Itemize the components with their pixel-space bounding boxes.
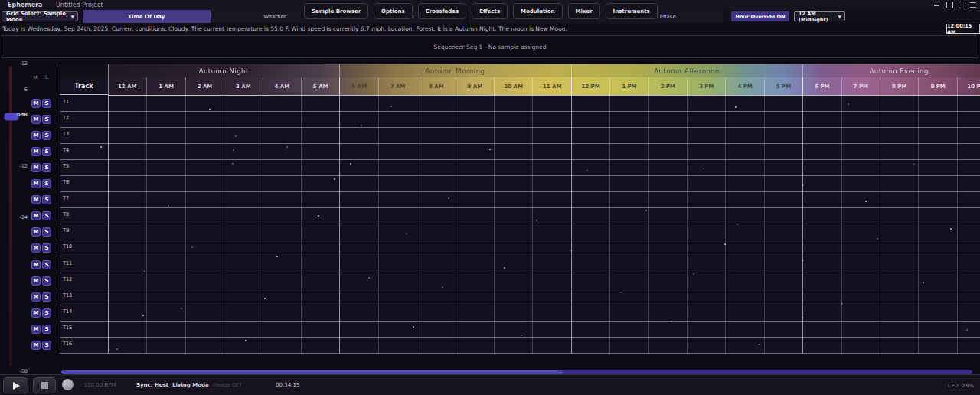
hour-header-2-am[interactable]: 2 AM xyxy=(185,77,224,95)
track-row-t5: MST5 xyxy=(31,160,980,176)
mute-button-t5[interactable]: M xyxy=(31,163,41,172)
star-speck xyxy=(802,317,804,318)
star-speck xyxy=(877,238,878,240)
crossfades-button[interactable]: Crossfades xyxy=(418,3,466,19)
horizontal-scrollbar[interactable] xyxy=(61,370,972,374)
hour-header-5-pm[interactable]: 5 PM xyxy=(764,77,802,95)
freeze-status[interactable]: Freeze OFF xyxy=(213,382,243,388)
mute-button-t12[interactable]: M xyxy=(31,276,41,286)
mute-button-t16[interactable]: M xyxy=(31,341,41,350)
mute-button-t9[interactable]: M xyxy=(31,227,41,237)
solo-button-t13[interactable]: S xyxy=(42,292,51,302)
solo-button-t16[interactable]: S xyxy=(42,341,51,350)
hour-header-4-am[interactable]: 4 AM xyxy=(263,77,301,95)
menu-icon xyxy=(970,2,976,8)
options-button[interactable]: Options xyxy=(374,3,413,19)
hour-header-3-am[interactable]: 3 AM xyxy=(224,77,262,95)
hour-header-4-pm[interactable]: 4 PM xyxy=(725,77,763,95)
sync-status[interactable]: Sync: Host xyxy=(136,382,168,388)
hour-header-12-am[interactable]: 12 AM xyxy=(108,77,146,95)
mute-button-t13[interactable]: M xyxy=(31,292,41,302)
star-speck xyxy=(181,308,182,309)
window-menu-button[interactable] xyxy=(968,2,978,8)
hour-header-3-pm[interactable]: 3 PM xyxy=(687,77,725,95)
track-label: T2 xyxy=(63,115,69,121)
hour-label: 5 AM xyxy=(313,83,328,90)
solo-button-t1[interactable]: S xyxy=(42,99,51,108)
mute-button-t2[interactable]: M xyxy=(31,115,41,124)
hour-header-5-am[interactable]: 5 AM xyxy=(301,77,339,95)
mute-button-t10[interactable]: M xyxy=(31,243,41,253)
tab-time-of-day[interactable]: Time Of Day xyxy=(83,10,211,23)
solo-button-t8[interactable]: S xyxy=(42,211,51,220)
solo-button-t11[interactable]: S xyxy=(42,260,51,269)
hour-header-9-am[interactable]: 9 AM xyxy=(456,77,494,95)
minimize-icon xyxy=(934,5,939,6)
hour-header-2-pm[interactable]: 2 PM xyxy=(648,77,687,95)
stop-button[interactable] xyxy=(33,377,56,393)
hour-header-7-am[interactable]: 7 AM xyxy=(378,77,416,95)
fullscreen-button[interactable] xyxy=(956,2,967,8)
living-mode-status[interactable]: Living Mode xyxy=(172,382,209,388)
solo-button-t10[interactable]: S xyxy=(42,243,51,253)
effects-button[interactable]: Effects xyxy=(472,3,508,19)
hour-select-dropdown[interactable]: 12 AM (Midnight) ▼ xyxy=(794,11,845,21)
modulation-button[interactable]: Modulation xyxy=(513,3,562,19)
mixer-button[interactable]: Mixer xyxy=(568,3,600,19)
track-row-t12: MST12 xyxy=(31,273,980,289)
solo-button-t14[interactable]: S xyxy=(42,308,51,318)
hour-header-9-pm[interactable]: 9 PM xyxy=(918,77,956,95)
solo-button-t7[interactable]: S xyxy=(42,195,51,204)
solo-button-t3[interactable]: S xyxy=(42,131,51,140)
hour-header-1-am[interactable]: 1 AM xyxy=(146,77,185,95)
hour-header-7-pm[interactable]: 7 PM xyxy=(841,77,880,95)
grid-select-dropdown[interactable]: Grid Select: Sample Mode ▼ xyxy=(2,11,78,21)
time-sections-band: Autumn NightAutumn MorningAutumn Afterno… xyxy=(108,64,980,77)
instruments-button[interactable]: Instruments xyxy=(606,3,658,19)
hour-header-10-am[interactable]: 10 AM xyxy=(494,77,532,95)
mute-button-t1[interactable]: M xyxy=(31,99,41,108)
hour-override-button[interactable]: Hour Override ON xyxy=(731,11,789,21)
solo-button-t4[interactable]: S xyxy=(42,147,51,156)
db-tick-0dB: 0dB xyxy=(5,112,28,118)
maximize-button[interactable] xyxy=(944,2,955,8)
hour-header-11-am[interactable]: 11 AM xyxy=(532,77,570,95)
mute-button-t3[interactable]: M xyxy=(31,131,41,140)
solo-button-t6[interactable]: S xyxy=(42,179,51,188)
solo-button-t9[interactable]: S xyxy=(42,227,51,237)
play-button[interactable] xyxy=(3,377,28,393)
hour-header-12-pm[interactable]: 12 PM xyxy=(571,77,609,95)
solo-button-t12[interactable]: S xyxy=(42,276,51,286)
track-label: T6 xyxy=(63,179,69,185)
mute-button-t4[interactable]: M xyxy=(31,147,41,156)
hour-header-1-pm[interactable]: 1 PM xyxy=(609,77,648,95)
mute-button-t8[interactable]: M xyxy=(31,211,41,220)
mute-button-t6[interactable]: M xyxy=(31,179,41,188)
current-hour-label: 12 AM xyxy=(118,83,137,90)
track-label: T14 xyxy=(63,308,72,315)
star-speck xyxy=(865,201,867,202)
solo-button-t15[interactable]: S xyxy=(42,325,51,334)
hour-header-6-am[interactable]: 6 AM xyxy=(339,77,377,95)
mute-button-t11[interactable]: M xyxy=(31,260,41,269)
hour-header-8-am[interactable]: 8 AM xyxy=(416,77,455,95)
record-button[interactable] xyxy=(62,379,74,390)
scrollbar-thumb[interactable] xyxy=(61,370,563,374)
track-row-t14: MST14 xyxy=(31,305,980,322)
hour-header-6-pm[interactable]: 6 PM xyxy=(802,77,841,95)
star-speck xyxy=(334,178,335,180)
sequencer-info-panel: Sequencer Seq 1 - No sample assigned xyxy=(2,35,978,58)
mute-button-t14[interactable]: M xyxy=(31,308,41,318)
minimize-button[interactable] xyxy=(931,2,942,8)
sample-browser-button[interactable]: Sample Browser xyxy=(304,3,368,19)
project-name: Untitled Project xyxy=(56,2,103,8)
solo-button-t5[interactable]: S xyxy=(42,163,51,172)
track-label: T15 xyxy=(63,325,72,331)
hour-header-10-pm[interactable]: 10 PM xyxy=(957,77,980,95)
bpm-display[interactable]: 120.00 BPM xyxy=(79,382,121,388)
hour-header-8-pm[interactable]: 8 PM xyxy=(880,77,918,95)
solo-button-t2[interactable]: S xyxy=(42,115,51,124)
mute-button-t15[interactable]: M xyxy=(31,325,41,334)
track-label: T1 xyxy=(63,99,69,105)
mute-button-t7[interactable]: M xyxy=(31,195,41,204)
